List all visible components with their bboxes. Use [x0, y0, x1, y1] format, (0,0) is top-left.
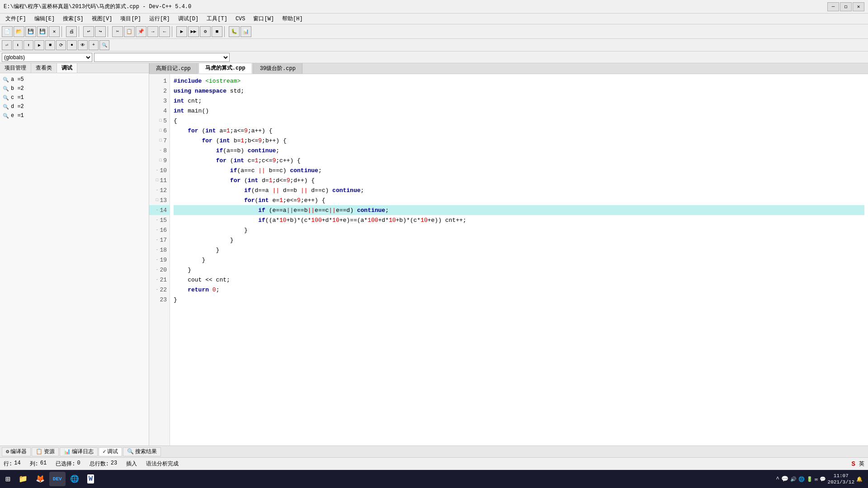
debug-stop[interactable]: ■ [45, 40, 55, 50]
line-18: -18 [149, 245, 170, 255]
col-label: 列: [30, 460, 38, 468]
menu-run[interactable]: 运行[R] [146, 14, 174, 23]
compile-run-button[interactable]: ⚙ [200, 26, 211, 37]
syntax-label: 语法分析完成 [146, 460, 179, 468]
paste-button[interactable]: 📌 [136, 26, 146, 37]
toolbar-debug: ⏎ ⬇ ⬆ ▶ ■ ⟳ ● 👁 + 🔍 [0, 39, 868, 52]
line-3: 3 [149, 96, 170, 106]
taskbar-word[interactable]: W [84, 472, 98, 486]
scope-select-right[interactable] [94, 53, 230, 62]
bottom-tab-compiler[interactable]: ⚙ 编译器 [2, 447, 31, 456]
code-line-5: { [174, 116, 864, 126]
taskbar-firefox[interactable]: 🦊 [32, 472, 48, 486]
save-all-button[interactable]: 💾 [37, 26, 48, 37]
restore-button[interactable]: ◻ [840, 2, 852, 11]
taskbar-devcpp[interactable]: DEV [49, 472, 66, 486]
debug-var-label-c: c = [11, 94, 21, 101]
debug-var-icon-d: 🔍 [3, 104, 9, 110]
line-16: -16 [149, 225, 170, 235]
line-6: □6 [149, 126, 170, 136]
line-14: -14 [149, 205, 170, 215]
debug-breakpoint[interactable]: ● [67, 40, 77, 50]
menu-help[interactable]: 帮助[H] [278, 14, 307, 23]
debug-inspect[interactable]: 🔍 [99, 40, 109, 50]
wechat-icon: 💬 [781, 475, 788, 483]
print-button[interactable]: 🖨 [66, 26, 77, 37]
debug-add-watch[interactable]: + [89, 40, 99, 50]
debug-watch[interactable]: 👁 [78, 40, 88, 50]
unindent-button[interactable]: ← [159, 26, 170, 37]
debug-var-value-a: 5 [21, 76, 24, 83]
debug-restart[interactable]: ⟳ [56, 40, 66, 50]
status-row: 行: 14 [4, 460, 21, 468]
debug-step-into[interactable]: ⬇ [13, 40, 23, 50]
debug-continue[interactable]: ▶ [34, 40, 44, 50]
compilelog-icon: 📊 [64, 448, 71, 455]
code-line-8: if(a==b) continue; [174, 145, 864, 155]
cut-button[interactable]: ✂ [112, 26, 123, 37]
run-button[interactable]: ▶▶ [188, 26, 199, 37]
code-line-13: for(int e=1;e<=9;e++) { [174, 195, 864, 205]
code-line-6: for (int a=1;a<=9;a++) { [174, 126, 864, 136]
bottom-tab-debug[interactable]: ✓ 调试 [99, 447, 122, 456]
debug-step-over[interactable]: ⏎ [2, 40, 12, 50]
chart-button[interactable]: 📊 [241, 26, 251, 37]
open-button[interactable]: 📂 [14, 26, 24, 37]
file-tab-mahusuansi[interactable]: 马虎的算式.cpp [198, 63, 252, 74]
tray-icon-1: ^ [776, 476, 779, 483]
sidebar-tab-classes[interactable]: 查看类 [31, 63, 57, 73]
line-21: -21 [149, 275, 170, 285]
sidebar-tab-project[interactable]: 项目管理 [0, 63, 31, 73]
code-line-20: } [174, 265, 864, 275]
file-tab-39jie[interactable]: 39级台阶.cpp [253, 63, 302, 74]
save-button[interactable]: 💾 [25, 26, 36, 37]
menu-file[interactable]: 文件[F] [2, 14, 30, 23]
line-9: □9 [149, 155, 170, 165]
close-file-button[interactable]: ✕ [49, 26, 60, 37]
code-line-16: } [174, 225, 864, 235]
col-value: 61 [40, 460, 47, 468]
copy-button[interactable]: 📋 [124, 26, 135, 37]
menu-debug[interactable]: 调试[D] [175, 14, 203, 23]
sidebar-tab-debug[interactable]: 调试 [57, 63, 77, 73]
taskbar-file-explorer[interactable]: 📁 [15, 472, 31, 486]
bottom-tab-resources[interactable]: 📋 资源 [32, 447, 59, 456]
code-area[interactable]: 1 2 3 4 □5 □6 □7 -8 □9 -10 □11 -12 □13 -… [149, 74, 868, 446]
redo-button[interactable]: ↪ [95, 26, 106, 37]
new-button[interactable]: 📄 [2, 26, 13, 37]
debug-step-out[interactable]: ⬆ [24, 40, 33, 50]
line-22: -22 [149, 285, 170, 295]
compiler-label: 编译器 [10, 448, 27, 455]
debug-button[interactable]: 🐛 [229, 26, 240, 37]
menu-tools[interactable]: 工具[T] [203, 14, 231, 23]
menu-search[interactable]: 搜索[S] [59, 14, 87, 23]
selected-value: 0 [77, 460, 80, 468]
line-7: □7 [149, 136, 170, 145]
start-button[interactable]: ⊞ [2, 472, 14, 486]
status-insert: 插入 [126, 460, 137, 468]
tray-icon-3: 🌐 [798, 476, 805, 482]
debug-var-b: 🔍 b = 2 [2, 84, 147, 93]
stop-button[interactable]: ■ [212, 26, 222, 37]
file-tab-gaossi[interactable]: 高斯日记.cpp [149, 63, 198, 74]
menu-view[interactable]: 视图[V] [88, 14, 116, 23]
taskbar-browser[interactable]: 🌐 [66, 472, 83, 486]
menu-cvs[interactable]: CVS [232, 15, 249, 23]
code-content[interactable]: #include <iostream> using namespace std;… [170, 74, 868, 446]
indent-button[interactable]: → [147, 26, 158, 37]
menu-project[interactable]: 项目[P] [117, 14, 145, 23]
code-line-18: } [174, 245, 864, 255]
bottom-tab-compile-log[interactable]: 📊 编译日志 [60, 447, 98, 456]
menu-window[interactable]: 窗口[W] [250, 14, 278, 23]
bottom-tab-search[interactable]: 🔍 搜索结果 [123, 447, 161, 456]
minimize-button[interactable]: ─ [827, 2, 839, 11]
close-button[interactable]: ✕ [853, 2, 864, 11]
separator3 [108, 26, 110, 37]
selected-label: 已选择: [56, 460, 75, 468]
fold-22: - [154, 287, 160, 292]
menu-edit[interactable]: 编辑[E] [31, 14, 59, 23]
compile-button[interactable]: ▶ [176, 26, 187, 37]
scope-select[interactable]: (globals) [2, 53, 92, 62]
status-selected: 已选择: 0 [56, 460, 80, 468]
undo-button[interactable]: ↩ [83, 26, 94, 37]
